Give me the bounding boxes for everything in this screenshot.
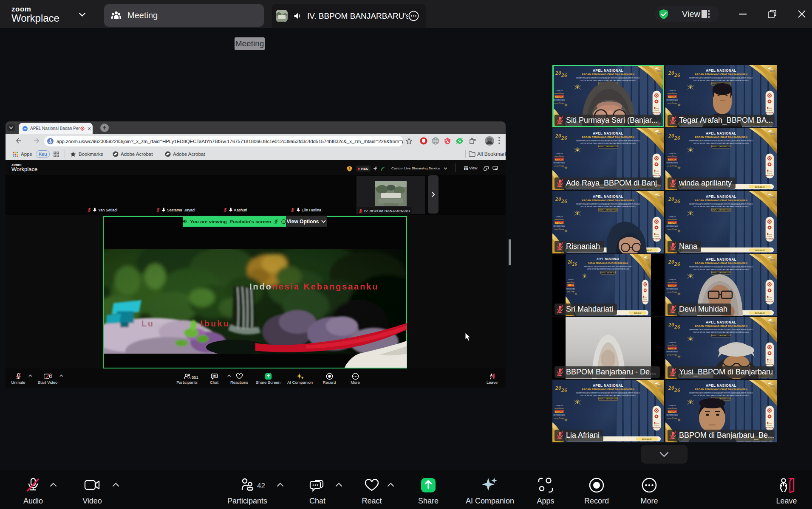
svg-text:zm: zm <box>23 127 27 130</box>
svg-text:Indonesia Kebangsaanku: Indonesia Kebangsaanku <box>249 281 379 291</box>
